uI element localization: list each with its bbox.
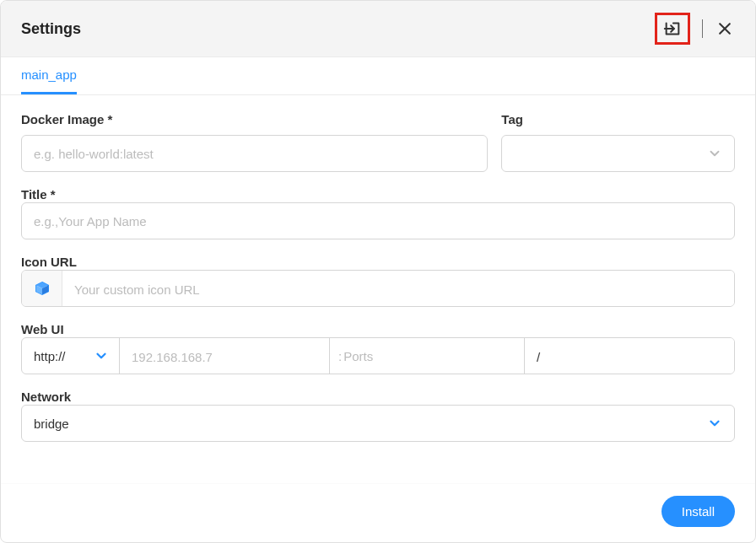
webui-ports-wrapper: : bbox=[330, 338, 525, 374]
webui-ip-input[interactable] bbox=[120, 338, 330, 374]
import-button[interactable] bbox=[662, 19, 683, 39]
import-highlight bbox=[655, 13, 690, 45]
field-title: Title * bbox=[21, 187, 735, 239]
docker-image-input[interactable] bbox=[21, 135, 488, 172]
row-docker-tag: Docker Image * Tag bbox=[21, 112, 735, 172]
settings-modal: Settings main_app bbox=[0, 0, 756, 543]
tabs: main_app bbox=[1, 57, 755, 95]
title-label: Title * bbox=[21, 187, 56, 202]
import-icon bbox=[663, 19, 682, 38]
install-button[interactable]: Install bbox=[662, 496, 735, 527]
header-actions bbox=[655, 13, 735, 45]
network-value: bridge bbox=[34, 417, 69, 431]
title-input[interactable] bbox=[21, 202, 735, 239]
docker-image-label: Docker Image * bbox=[21, 112, 488, 126]
icon-preview bbox=[22, 271, 62, 306]
chevron-down-icon bbox=[707, 146, 722, 161]
field-webui: Web UI http:// : bbox=[21, 322, 735, 374]
icon-url-input[interactable] bbox=[62, 271, 734, 307]
tag-label: Tag bbox=[501, 112, 735, 126]
field-docker-image: Docker Image * bbox=[21, 112, 488, 172]
chevron-down-icon bbox=[94, 348, 109, 363]
footer: Install bbox=[1, 483, 755, 542]
tag-select[interactable] bbox=[501, 135, 735, 172]
modal-header: Settings bbox=[1, 1, 755, 57]
webui-ports-input[interactable] bbox=[342, 337, 524, 374]
form-content: Docker Image * Tag Title * Icon URL bbox=[1, 95, 755, 483]
field-tag: Tag bbox=[501, 112, 735, 172]
cube-icon bbox=[33, 279, 51, 298]
tab-main-app[interactable]: main_app bbox=[21, 57, 77, 94]
icon-url-label: Icon URL bbox=[21, 255, 77, 269]
network-select[interactable]: bridge bbox=[21, 405, 735, 442]
close-button[interactable] bbox=[715, 19, 735, 39]
header-divider bbox=[702, 19, 703, 38]
webui-path-input[interactable] bbox=[525, 338, 734, 374]
close-icon bbox=[716, 20, 733, 37]
webui-protocol-value: http:// bbox=[34, 349, 66, 363]
page-title: Settings bbox=[21, 20, 81, 38]
webui-group: http:// : bbox=[21, 337, 735, 374]
webui-label: Web UI bbox=[21, 322, 64, 336]
webui-protocol-select[interactable]: http:// bbox=[22, 338, 120, 374]
icon-url-group bbox=[21, 270, 735, 307]
chevron-down-icon bbox=[707, 416, 722, 431]
network-label: Network bbox=[21, 390, 71, 404]
field-icon-url: Icon URL bbox=[21, 255, 735, 307]
field-network: Network bridge bbox=[21, 390, 735, 442]
